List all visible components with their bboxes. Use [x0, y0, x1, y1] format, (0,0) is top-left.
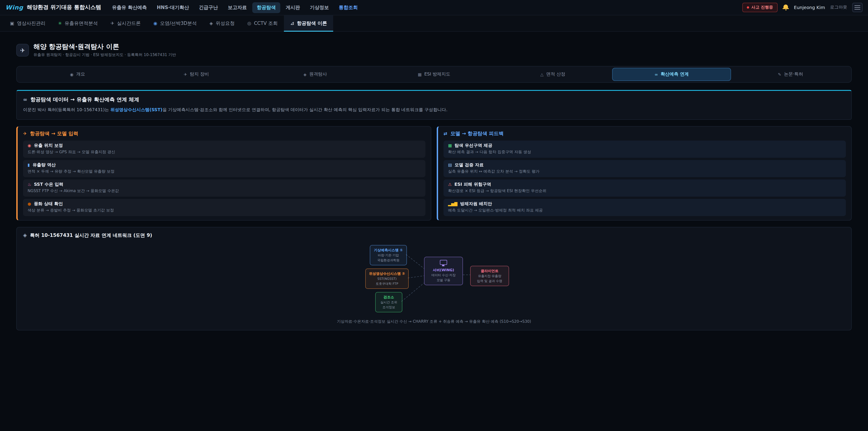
- tab-label: 개요: [76, 71, 85, 77]
- user-name: Eunjeong Kim: [794, 5, 825, 10]
- section-tabs: ◉개요✈탐지 장비◈원격탐사▦ESI 방제지도△면적 산정∞확산예측 연계✎논문…: [16, 66, 852, 83]
- menu-button[interactable]: [852, 3, 863, 12]
- card-item-1: ▤모델 검증 자료실측 유출유 위치 ↔ 예측값 오차 분석 → 정확도 평가: [443, 160, 846, 177]
- wing-logo: Wing: [5, 4, 23, 11]
- card-item-title: 풍화 상태 확인: [34, 201, 63, 207]
- area-analysis-icon: ✳: [58, 21, 62, 26]
- card-item-0: ◉유출 위치 보정드론·위성 영상 → GPS 좌표 → 모델 유출지점 갱신: [23, 141, 426, 158]
- cards-row: ✈항공탐색 → 모델 입력◉유출 위치 보정드론·위성 영상 → GPS 좌표 …: [16, 126, 852, 221]
- network-node-line: 바람·기온·기압: [373, 254, 404, 258]
- network-node-tide: 검조소실시간 조위조석정보: [375, 292, 402, 313]
- tab-6[interactable]: ✎논문·특허: [731, 68, 850, 81]
- card-item-desc: 실측 유출유 위치 ↔ 예측값 오차 분석 → 정확도 평가: [448, 169, 841, 175]
- remote-sensing-icon: ◈: [303, 72, 307, 76]
- nav-item-4[interactable]: 항공탐색: [252, 2, 280, 13]
- logo: Wing 해양환경 위기대응 통합시스템: [5, 4, 101, 11]
- tab-label: 탐지 장비: [190, 71, 209, 77]
- tab-0[interactable]: ◉개요: [18, 68, 137, 81]
- subnav: ▣영상사진관리✳유출유면적분석✈실시간드론◉오염/선박3D분석◈위성요청◎CCT…: [0, 16, 868, 32]
- app-title: 해양환경 위기대응 통합시스템: [27, 4, 101, 11]
- subnav-item-5[interactable]: ◎CCTV 조회: [241, 16, 284, 31]
- subnav-item-0[interactable]: ▣영상사진관리: [4, 16, 52, 31]
- nav-item-7[interactable]: 통합조회: [334, 2, 362, 13]
- card-item-head: ♨SST 수온 입력: [28, 182, 421, 188]
- card-item-2: ⚠ESI 피해 위험구역확산경로 × ESI 등급 → 항공탐색 ESI 현장확…: [443, 180, 846, 196]
- subnav-item-4[interactable]: ◈위성요청: [203, 16, 241, 31]
- network-node-line: 입력 및 결과 수령: [473, 279, 506, 283]
- card-item-head: ⚠ESI 피해 위험구역: [448, 182, 841, 188]
- subnav-item-label: 오염/선박3D분석: [160, 20, 197, 26]
- nav-item-0[interactable]: 유출유 확산예측: [107, 2, 151, 13]
- nav-item-3[interactable]: 보고자료: [223, 2, 251, 13]
- cctv-icon: ◎: [247, 21, 251, 26]
- card-item-desc: 색상 분류 → 증발비 추정 → 풍화모델 초기값 보정: [28, 208, 421, 213]
- tab-label: 확산예측 연계: [661, 71, 689, 77]
- menu-bar-icon: [855, 9, 860, 10]
- card-item-0: ▦탐색 우선구역 제공확산 예측 결과 → 다음 항차 집중구역 자동 생성: [443, 141, 846, 158]
- subnav-item-6[interactable]: ⊿항공탐색 이론: [284, 16, 333, 31]
- page-header-text: 해양 항공탐색·원격탐사 이론 유출유 원격탐지 · 항공감시 기법 · ESI…: [33, 42, 176, 58]
- subnav-item-2[interactable]: ✈실시간드론: [104, 16, 147, 31]
- page-subtitle: 유출유 원격탐지 · 항공감시 기법 · ESI 방제정보지도 · 등록특허 1…: [33, 53, 176, 58]
- volume-icon: ▮: [28, 163, 30, 167]
- logout-button[interactable]: 로그아웃: [830, 4, 847, 10]
- card-item-head: ◉유출 위치 보정: [28, 143, 421, 149]
- card-item-2: ♨SST 수온 입력NGSST FTP 수신 → Akima 보간 → 풍화모델…: [23, 180, 426, 196]
- tab-label: ESI 방제지도: [424, 71, 450, 77]
- feedback-loop-icon: ⇄: [443, 131, 447, 136]
- image-gallery-icon: ▣: [10, 21, 14, 26]
- card-item-title: 방제자원 배치안: [460, 201, 492, 207]
- drone-icon: ✈: [111, 21, 114, 26]
- card-item-title: 유출량 역산: [33, 162, 56, 168]
- subnav-item-label: 영상사진관리: [17, 20, 45, 26]
- subnav-item-label: 위성요청: [216, 20, 235, 26]
- nav-item-2[interactable]: 긴급구난: [194, 2, 222, 13]
- thermometer-icon: ♨: [28, 182, 31, 187]
- topbar-nav: 유출유 확산예측HNS·대기확산긴급구난보고자료항공탐색게시판기상정보통합조회: [107, 2, 362, 13]
- bell-icon[interactable]: [782, 4, 789, 11]
- linkage-section-title: 항공탐색 데이터 → 유출유 확산예측 연계 체계: [30, 96, 139, 103]
- tab-4[interactable]: △면적 산정: [493, 68, 612, 81]
- card-item-head: ▦탐색 우선구역 제공: [448, 143, 841, 149]
- aero-to-model-card: ✈항공탐색 → 모델 입력◉유출 위치 보정드론·위성 영상 → GPS 좌표 …: [16, 126, 431, 221]
- tab-2[interactable]: ◈원격탐사: [256, 68, 375, 81]
- nav-item-1[interactable]: HNS·대기확산: [152, 2, 193, 13]
- card-item-title: ESI 피해 위험구역: [454, 182, 491, 188]
- nav-item-5[interactable]: 게시판: [281, 2, 305, 13]
- nav-item-6[interactable]: 기상정보: [305, 2, 333, 13]
- network-node-title: 기상예측시스템 ①: [373, 248, 404, 253]
- sst-system-link[interactable]: 위성영상수신시스템(SST): [110, 107, 162, 112]
- satellite-icon: ◈: [210, 21, 213, 26]
- card-items: ◉유출 위치 보정드론·위성 영상 → GPS 좌표 → 모델 유출지점 갱신▮…: [23, 141, 426, 216]
- server-monitor-icon: [440, 260, 447, 265]
- tab-label: 면적 산정: [546, 71, 565, 77]
- card-item-3: ▂▅▇방제자원 배치안예측 도달시간 → 오일펜스·방제정 최적 배치 좌표 제…: [443, 199, 846, 216]
- network-node-line: 토호쿠대학 FTP: [368, 282, 406, 286]
- pin-icon: ◉: [28, 144, 31, 148]
- network-node-title: 서버(WING): [427, 268, 460, 273]
- linkage-section-body: 이문진 박사 특허(등록특허 10-1567431)는 위성영상수신시스템(SS…: [23, 107, 845, 114]
- equipment-icon: ✈: [184, 72, 187, 76]
- network-node-title: 클라이언트: [473, 269, 506, 274]
- tab-label: 원격탐사: [309, 71, 327, 77]
- card-item-title: 탐색 우선구역 제공: [455, 143, 492, 149]
- theory-chart-icon: ⊿: [290, 21, 294, 26]
- tab-1[interactable]: ✈탐지 장비: [137, 68, 256, 81]
- subnav-item-1[interactable]: ✳유출유면적분석: [52, 16, 104, 31]
- network-node-weather: 기상예측시스템 ①바람·기온·기압국립환경과학원: [370, 245, 407, 266]
- airplane-icon: ✈: [23, 131, 27, 136]
- network-title: 특허 10-1567431 실시간 자료 연계 네트워크 (도면 9): [30, 232, 152, 239]
- network-node-line: 국립환경과학원: [373, 258, 404, 263]
- topbar-right: 사고 진행중 Eunjeong Kim 로그아웃: [742, 3, 863, 12]
- weathering-icon: ●: [28, 202, 31, 206]
- linkage-section-title-row: ∞ 항공탐색 데이터 → 유출유 확산예측 연계 체계: [23, 96, 845, 103]
- tab-3[interactable]: ▦ESI 방제지도: [375, 68, 493, 81]
- subnav-item-3[interactable]: ◉오염/선박3D분석: [147, 16, 203, 31]
- tab-5[interactable]: ∞확산예측 연계: [612, 68, 731, 81]
- network-node-satellite: 위성영상수신시스템 ②SST(NGSST)토호쿠대학 FTP: [365, 269, 409, 289]
- menu-bar-icon: [855, 5, 860, 6]
- network-icon: ◈: [23, 233, 27, 239]
- subnav-item-label: 유출유면적분석: [65, 20, 98, 26]
- card-item-title: SST 수온 입력: [34, 182, 63, 188]
- card-title-label: 항공탐색 → 모델 입력: [30, 131, 78, 137]
